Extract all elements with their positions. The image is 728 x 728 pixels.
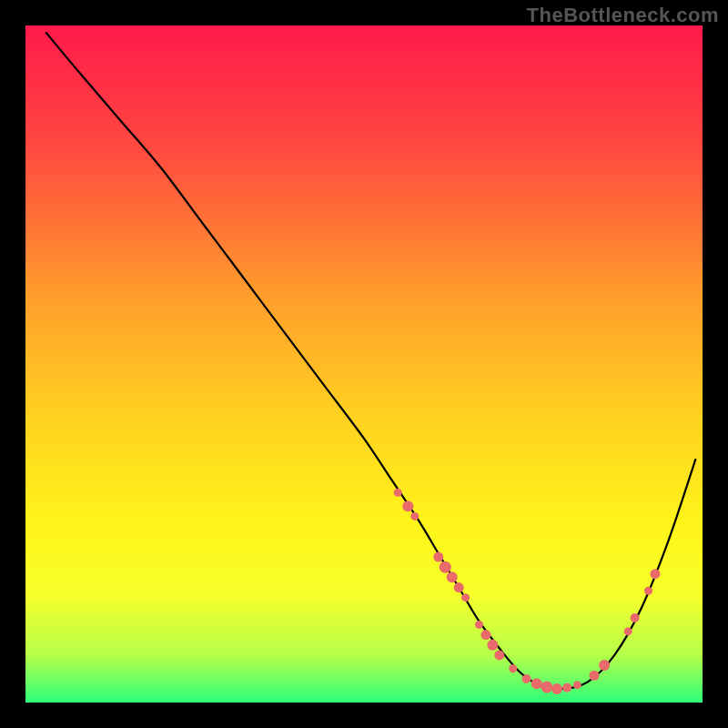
curve-marker xyxy=(454,582,464,592)
curve-marker xyxy=(440,561,451,573)
curve-marker xyxy=(433,552,443,562)
curve-marker xyxy=(509,664,517,672)
curve-marker xyxy=(475,621,483,629)
curve-marker xyxy=(447,571,458,582)
curve-marker xyxy=(410,512,419,521)
curve-marker xyxy=(624,627,632,635)
curve-marker xyxy=(487,640,498,651)
curve-marker xyxy=(394,489,402,497)
curve-marker xyxy=(494,650,504,660)
curve-marker xyxy=(551,683,562,694)
curve-marker xyxy=(589,671,599,681)
chart-frame: TheBottleneck.com xyxy=(0,0,728,728)
curve-marker xyxy=(650,569,660,579)
curve-marker xyxy=(541,681,552,693)
curve-marker xyxy=(531,678,542,689)
curve-marker xyxy=(631,613,640,622)
plot-svg xyxy=(25,25,703,703)
curve-marker xyxy=(599,660,610,671)
curve-marker xyxy=(461,593,470,602)
curve-marker xyxy=(480,630,490,640)
plot-area xyxy=(25,25,703,703)
curve-marker xyxy=(522,674,531,683)
curve-marker xyxy=(402,500,413,511)
curve-marker xyxy=(644,587,652,595)
watermark-text: TheBottleneck.com xyxy=(527,4,719,27)
curve-marker xyxy=(573,681,581,689)
curve-marker xyxy=(562,683,571,693)
